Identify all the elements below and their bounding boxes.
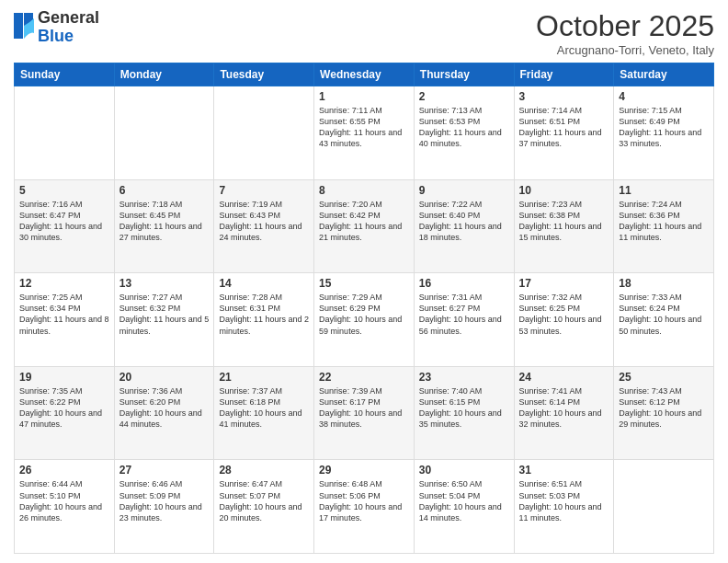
calendar-cell: 17Sunrise: 7:32 AM Sunset: 6:25 PM Dayli…: [514, 273, 614, 367]
title-block: October 2025 Arcugnano-Torri, Veneto, It…: [536, 9, 714, 57]
calendar-week-2: 5Sunrise: 7:16 AM Sunset: 6:47 PM Daylig…: [15, 179, 714, 273]
day-info: Sunrise: 7:27 AM Sunset: 6:32 PM Dayligh…: [119, 292, 210, 337]
day-number: 30: [419, 464, 509, 477]
day-info: Sunrise: 7:15 AM Sunset: 6:49 PM Dayligh…: [619, 105, 709, 150]
day-number: 29: [319, 464, 409, 477]
day-info: Sunrise: 7:25 AM Sunset: 6:34 PM Dayligh…: [19, 292, 109, 337]
calendar-body: 1Sunrise: 7:11 AM Sunset: 6:55 PM Daylig…: [15, 86, 714, 554]
day-number: 11: [619, 184, 709, 197]
calendar-week-4: 19Sunrise: 7:35 AM Sunset: 6:22 PM Dayli…: [15, 366, 714, 460]
day-info: Sunrise: 7:41 AM Sunset: 6:14 PM Dayligh…: [519, 385, 609, 431]
col-saturday: Saturday: [614, 63, 714, 86]
calendar-cell: 26Sunrise: 6:44 AM Sunset: 5:10 PM Dayli…: [15, 460, 115, 554]
col-thursday: Thursday: [414, 63, 514, 86]
calendar-cell: [15, 86, 115, 180]
calendar-cell: 1Sunrise: 7:11 AM Sunset: 6:55 PM Daylig…: [314, 86, 415, 180]
calendar-cell: 9Sunrise: 7:22 AM Sunset: 6:40 PM Daylig…: [414, 179, 514, 273]
logo-blue-text: Blue: [38, 27, 74, 45]
day-number: 2: [419, 90, 509, 103]
col-wednesday: Wednesday: [314, 63, 415, 86]
col-friday: Friday: [514, 63, 614, 86]
day-number: 3: [519, 90, 609, 103]
calendar-header: Sunday Monday Tuesday Wednesday Thursday…: [15, 63, 714, 86]
day-number: 15: [319, 277, 409, 290]
calendar-cell: 27Sunrise: 6:46 AM Sunset: 5:09 PM Dayli…: [114, 460, 214, 554]
day-info: Sunrise: 7:36 AM Sunset: 6:20 PM Dayligh…: [119, 385, 210, 431]
calendar-cell: 22Sunrise: 7:39 AM Sunset: 6:17 PM Dayli…: [314, 366, 415, 460]
calendar-cell: 10Sunrise: 7:23 AM Sunset: 6:38 PM Dayli…: [514, 179, 614, 273]
day-info: Sunrise: 7:18 AM Sunset: 6:45 PM Dayligh…: [119, 199, 210, 244]
day-number: 17: [519, 277, 609, 290]
day-number: 7: [219, 184, 309, 197]
day-info: Sunrise: 7:33 AM Sunset: 6:24 PM Dayligh…: [619, 292, 709, 337]
col-tuesday: Tuesday: [214, 63, 314, 86]
calendar-cell: 29Sunrise: 6:48 AM Sunset: 5:06 PM Dayli…: [314, 460, 415, 554]
calendar-cell: 3Sunrise: 7:14 AM Sunset: 6:51 PM Daylig…: [514, 86, 614, 180]
calendar-cell: [614, 460, 714, 554]
calendar-cell: 28Sunrise: 6:47 AM Sunset: 5:07 PM Dayli…: [214, 460, 314, 554]
day-number: 22: [319, 371, 409, 384]
month-title: October 2025: [536, 9, 714, 43]
svg-rect-0: [14, 13, 23, 26]
col-sunday: Sunday: [15, 63, 115, 86]
day-info: Sunrise: 7:35 AM Sunset: 6:22 PM Dayligh…: [19, 385, 109, 431]
day-number: 18: [619, 277, 709, 290]
day-number: 31: [519, 464, 609, 477]
day-number: 1: [319, 90, 409, 103]
day-number: 4: [619, 90, 709, 103]
day-number: 23: [419, 371, 509, 384]
day-number: 9: [419, 184, 509, 197]
day-number: 8: [319, 184, 409, 197]
calendar-cell: 31Sunrise: 6:51 AM Sunset: 5:03 PM Dayli…: [514, 460, 614, 554]
calendar-cell: 6Sunrise: 7:18 AM Sunset: 6:45 PM Daylig…: [114, 179, 214, 273]
calendar-cell: 24Sunrise: 7:41 AM Sunset: 6:14 PM Dayli…: [514, 366, 614, 460]
day-info: Sunrise: 7:32 AM Sunset: 6:25 PM Dayligh…: [519, 292, 609, 337]
day-info: Sunrise: 7:31 AM Sunset: 6:27 PM Dayligh…: [419, 292, 509, 337]
day-info: Sunrise: 7:40 AM Sunset: 6:15 PM Dayligh…: [419, 385, 509, 431]
calendar-cell: 2Sunrise: 7:13 AM Sunset: 6:53 PM Daylig…: [414, 86, 514, 180]
calendar-cell: 25Sunrise: 7:43 AM Sunset: 6:12 PM Dayli…: [614, 366, 714, 460]
calendar-cell: 21Sunrise: 7:37 AM Sunset: 6:18 PM Dayli…: [214, 366, 314, 460]
header: General Blue October 2025 Arcugnano-Torr…: [14, 9, 714, 57]
logo: General Blue: [14, 9, 99, 46]
svg-rect-1: [14, 26, 23, 39]
calendar-cell: 11Sunrise: 7:24 AM Sunset: 6:36 PM Dayli…: [614, 179, 714, 273]
calendar-cell: 12Sunrise: 7:25 AM Sunset: 6:34 PM Dayli…: [15, 273, 115, 367]
calendar-cell: [114, 86, 214, 180]
calendar-cell: 8Sunrise: 7:20 AM Sunset: 6:42 PM Daylig…: [314, 179, 415, 273]
day-info: Sunrise: 7:23 AM Sunset: 6:38 PM Dayligh…: [519, 199, 609, 244]
calendar-cell: 14Sunrise: 7:28 AM Sunset: 6:31 PM Dayli…: [214, 273, 314, 367]
day-info: Sunrise: 7:22 AM Sunset: 6:40 PM Dayligh…: [419, 199, 509, 244]
calendar-cell: 7Sunrise: 7:19 AM Sunset: 6:43 PM Daylig…: [214, 179, 314, 273]
day-info: Sunrise: 7:16 AM Sunset: 6:47 PM Dayligh…: [19, 199, 109, 244]
day-number: 12: [19, 277, 109, 290]
calendar-cell: 5Sunrise: 7:16 AM Sunset: 6:47 PM Daylig…: [15, 179, 115, 273]
day-info: Sunrise: 7:37 AM Sunset: 6:18 PM Dayligh…: [219, 385, 309, 431]
day-info: Sunrise: 7:11 AM Sunset: 6:55 PM Dayligh…: [319, 105, 409, 150]
day-info: Sunrise: 6:48 AM Sunset: 5:06 PM Dayligh…: [319, 478, 409, 523]
day-info: Sunrise: 7:19 AM Sunset: 6:43 PM Dayligh…: [219, 199, 309, 244]
day-number: 5: [19, 184, 109, 197]
day-number: 20: [119, 371, 210, 384]
calendar-cell: 4Sunrise: 7:15 AM Sunset: 6:49 PM Daylig…: [614, 86, 714, 180]
calendar-cell: 13Sunrise: 7:27 AM Sunset: 6:32 PM Dayli…: [114, 273, 214, 367]
logo-general-text: General: [38, 8, 99, 27]
day-info: Sunrise: 7:43 AM Sunset: 6:12 PM Dayligh…: [619, 385, 709, 431]
calendar-cell: 30Sunrise: 6:50 AM Sunset: 5:04 PM Dayli…: [414, 460, 514, 554]
day-info: Sunrise: 7:39 AM Sunset: 6:17 PM Dayligh…: [319, 385, 409, 431]
calendar-cell: [214, 86, 314, 180]
day-info: Sunrise: 7:29 AM Sunset: 6:29 PM Dayligh…: [319, 292, 409, 337]
day-number: 25: [619, 371, 709, 384]
page: General Blue October 2025 Arcugnano-Torr…: [0, 0, 728, 563]
day-number: 14: [219, 277, 309, 290]
day-number: 6: [119, 184, 210, 197]
day-number: 26: [19, 464, 109, 477]
day-info: Sunrise: 7:14 AM Sunset: 6:51 PM Dayligh…: [519, 105, 609, 150]
calendar-cell: 20Sunrise: 7:36 AM Sunset: 6:20 PM Dayli…: [114, 366, 214, 460]
day-number: 21: [219, 371, 309, 384]
day-number: 19: [19, 371, 109, 384]
day-info: Sunrise: 7:24 AM Sunset: 6:36 PM Dayligh…: [619, 199, 709, 244]
day-info: Sunrise: 6:51 AM Sunset: 5:03 PM Dayligh…: [519, 478, 609, 523]
logo-icon: [14, 13, 34, 39]
day-number: 10: [519, 184, 609, 197]
